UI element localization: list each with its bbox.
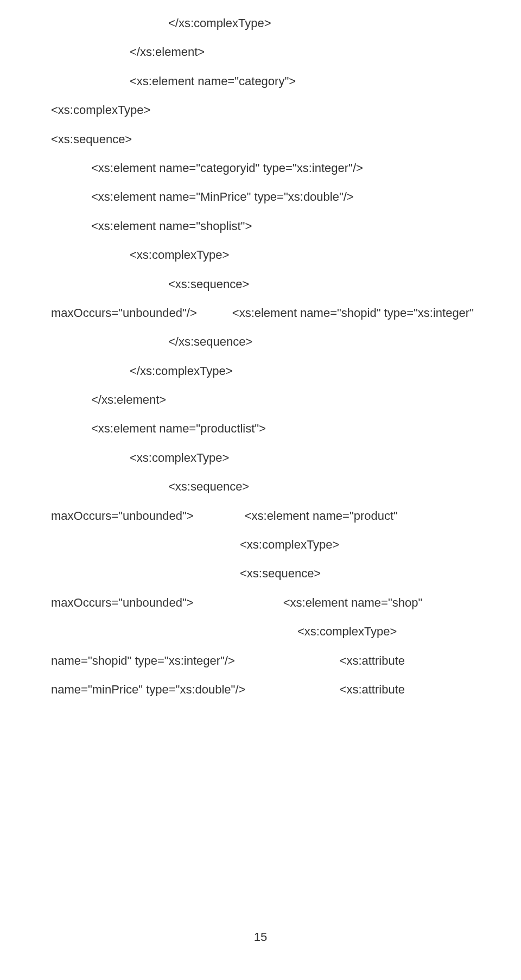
- code-line: </xs:element>: [91, 393, 470, 407]
- code-line: <xs:complexType>: [130, 248, 470, 262]
- code-line: </xs:element>: [130, 45, 470, 59]
- code-fragment: maxOccurs="unbounded">: [51, 509, 194, 523]
- code-line: maxOccurs="unbounded"/> <xs:element name…: [51, 306, 470, 320]
- code-line: maxOccurs="unbounded"> <xs:element name=…: [51, 509, 470, 523]
- code-line: <xs:sequence>: [51, 132, 470, 147]
- code-line: name="shopid" type="xs:integer"/> <xs:at…: [51, 654, 470, 668]
- code-fragment: <xs:element name="shopid" type="xs:integ…: [232, 306, 474, 320]
- code-line: maxOccurs="unbounded"> <xs:element name=…: [51, 596, 470, 610]
- code-fragment: maxOccurs="unbounded">: [51, 596, 194, 610]
- code-fragment: name="minPrice" type="xs:double"/>: [51, 683, 245, 697]
- code-line: <xs:complexType>: [240, 538, 470, 552]
- code-line: <xs:complexType>: [51, 103, 470, 117]
- code-line: <xs:element name="categoryid" type="xs:i…: [91, 161, 470, 175]
- code-line: <xs:element name="category">: [130, 74, 470, 88]
- code-line: <xs:sequence>: [240, 567, 470, 581]
- code-line: <xs:element name="shoplist">: [91, 219, 470, 233]
- code-line: <xs:sequence>: [168, 277, 470, 291]
- page-number: 15: [0, 930, 521, 944]
- code-line: <xs:element name="productlist">: [91, 422, 470, 436]
- code-fragment: <xs:element name="product": [245, 509, 398, 523]
- code-fragment: <xs:attribute: [340, 654, 405, 668]
- code-line: </xs:complexType>: [130, 364, 470, 378]
- code-line: </xs:sequence>: [168, 335, 470, 349]
- code-line: name="minPrice" type="xs:double"/> <xs:a…: [51, 683, 470, 697]
- code-fragment: maxOccurs="unbounded"/>: [51, 306, 197, 320]
- code-fragment: name="shopid" type="xs:integer"/>: [51, 654, 235, 668]
- code-line: <xs:element name="MinPrice" type="xs:dou…: [91, 190, 470, 204]
- document-page: </xs:complexType> </xs:element> <xs:elem…: [0, 0, 521, 955]
- code-line: <xs:complexType>: [130, 451, 470, 465]
- code-fragment: <xs:element name="shop": [283, 596, 423, 610]
- code-line: </xs:complexType>: [168, 16, 470, 30]
- code-line: <xs:complexType>: [297, 625, 470, 639]
- code-line: <xs:sequence>: [168, 480, 470, 494]
- code-fragment: <xs:attribute: [340, 683, 405, 697]
